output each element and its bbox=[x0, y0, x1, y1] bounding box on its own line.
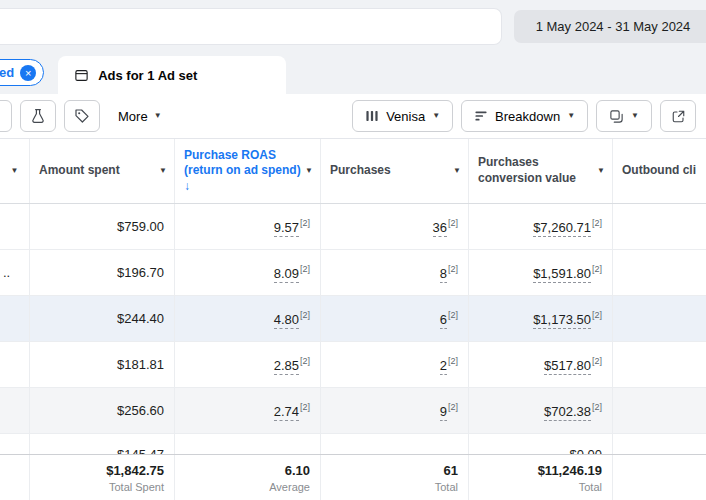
breakdown-dropdown[interactable]: Breakdown ▼ bbox=[461, 100, 588, 132]
amount-spent-cell: $244.40 bbox=[30, 296, 175, 341]
conversion-value-cell[interactable]: $7,260.71[2] bbox=[469, 204, 613, 249]
clipped-toolbar-button[interactable] bbox=[0, 100, 12, 132]
flask-icon bbox=[30, 108, 46, 124]
totals-amount-spent: $1,842.75 Total Spent bbox=[30, 455, 175, 500]
top-bar: 1 May 2024 - 31 May 2024 bbox=[0, 0, 706, 52]
outbound-clicks-cell bbox=[613, 296, 706, 341]
close-icon[interactable]: × bbox=[20, 65, 36, 81]
purchase-roas-cell[interactable]: 8.09[2] bbox=[175, 250, 321, 295]
table-header-row: ▼ Amount spent ▼ Purchase ROAS (return o… bbox=[0, 139, 706, 204]
row-name-cell: .. bbox=[0, 250, 30, 295]
chevron-down-icon: ▼ bbox=[11, 167, 19, 175]
reports-dropdown[interactable]: ▼ bbox=[596, 100, 652, 132]
totals-outbound-clicks bbox=[613, 455, 706, 500]
filter-chip-label: ed bbox=[0, 65, 14, 80]
ads-manager-screen: 1 May 2024 - 31 May 2024 ed × Ads for 1 … bbox=[0, 0, 706, 500]
filter-chip[interactable]: ed × bbox=[0, 59, 44, 86]
chevron-down-icon: ▼ bbox=[453, 167, 461, 175]
conversion-value-cell[interactable]: $702.38[2] bbox=[469, 388, 613, 433]
table-row[interactable]: $244.40 4.80[2] 6[2] $1,173.50[2] bbox=[0, 296, 706, 342]
chevron-down-icon: ▼ bbox=[154, 112, 162, 120]
breakdown-label: Breakdown bbox=[495, 109, 560, 124]
row-name-cell bbox=[0, 342, 30, 387]
toolbar: More ▼ Venisa ▼ Breakdown ▼ bbox=[0, 94, 706, 139]
amount-spent-cell: $256.60 bbox=[30, 388, 175, 433]
purchases-cell[interactable]: 36[2] bbox=[321, 204, 469, 249]
tab-label: Ads for 1 Ad set bbox=[98, 68, 197, 83]
ads-tab-icon bbox=[74, 68, 89, 83]
conversion-value-cell[interactable]: $0.00 bbox=[469, 434, 613, 454]
purchases-cell[interactable]: 2[2] bbox=[321, 342, 469, 387]
chevron-down-icon: ▼ bbox=[567, 112, 575, 120]
conversion-value-cell[interactable]: $1,173.50[2] bbox=[469, 296, 613, 341]
outbound-clicks-cell bbox=[613, 250, 706, 295]
table-row[interactable]: .. $196.70 8.09[2] 8[2] $1,591.80[2] bbox=[0, 250, 706, 296]
chevron-down-icon: ▼ bbox=[159, 167, 167, 175]
totals-name-cell bbox=[0, 455, 30, 500]
table-row[interactable]: $256.60 2.74[2] 9[2] $702.38[2] bbox=[0, 388, 706, 434]
duplicate-icon bbox=[609, 109, 624, 124]
breakdown-icon bbox=[474, 109, 488, 123]
outbound-clicks-cell bbox=[613, 342, 706, 387]
row-name-cell bbox=[0, 434, 30, 454]
conversion-value-cell[interactable]: $1,591.80[2] bbox=[469, 250, 613, 295]
purchases-cell[interactable]: 9[2] bbox=[321, 388, 469, 433]
amount-spent-cell: $181.81 bbox=[30, 342, 175, 387]
columns-label: Venisa bbox=[386, 109, 425, 124]
totals-row: $1,842.75 Total Spent 6.10 Average 61 To… bbox=[0, 454, 706, 500]
column-header-purchases[interactable]: Purchases ▼ bbox=[321, 139, 469, 203]
purchases-cell bbox=[321, 434, 469, 454]
purchase-roas-cell[interactable]: 2.85[2] bbox=[175, 342, 321, 387]
amount-spent-cell: $145.47 bbox=[30, 434, 175, 454]
column-header-purchase-roas[interactable]: Purchase ROAS (return on ad spend) ↓ ▼ bbox=[175, 139, 321, 203]
purchases-cell[interactable]: 6[2] bbox=[321, 296, 469, 341]
column-header-outbound-clicks[interactable]: Outbound cli bbox=[613, 139, 706, 203]
table-row[interactable]: $759.00 9.57[2] 36[2] $7,260.71[2] bbox=[0, 204, 706, 250]
purchase-roas-cell[interactable]: 4.80[2] bbox=[175, 296, 321, 341]
amount-spent-cell: $196.70 bbox=[30, 250, 175, 295]
outbound-clicks-cell bbox=[613, 388, 706, 433]
totals-purchase-roas: 6.10 Average bbox=[175, 455, 321, 500]
purchase-roas-cell[interactable]: 9.57[2] bbox=[175, 204, 321, 249]
purchase-roas-cell bbox=[175, 434, 321, 454]
content-area: More ▼ Venisa ▼ Breakdown ▼ bbox=[0, 94, 706, 500]
chevron-down-icon: ▼ bbox=[432, 112, 440, 120]
column-header-conversion-value[interactable]: Purchases conversion value ▼ bbox=[469, 139, 613, 203]
row-name-cell bbox=[0, 296, 30, 341]
outbound-clicks-cell bbox=[613, 204, 706, 249]
chevron-down-icon: ▼ bbox=[631, 112, 639, 120]
column-header-amount-spent[interactable]: Amount spent ▼ bbox=[30, 139, 175, 203]
purchases-cell[interactable]: 8[2] bbox=[321, 250, 469, 295]
column-header-name[interactable]: ▼ bbox=[0, 139, 30, 203]
date-range-label: 1 May 2024 - 31 May 2024 bbox=[536, 19, 691, 34]
outbound-clicks-cell bbox=[613, 434, 706, 454]
tag-button[interactable] bbox=[64, 100, 100, 132]
chevron-down-icon: ▼ bbox=[597, 167, 605, 175]
columns-icon bbox=[365, 109, 379, 123]
row-name-cell bbox=[0, 204, 30, 249]
amount-spent-cell: $759.00 bbox=[30, 204, 175, 249]
ab-test-button[interactable] bbox=[20, 100, 56, 132]
table-row-clipped[interactable]: $145.47 $0.00 bbox=[0, 434, 706, 454]
tab-ads-for-ad-set[interactable]: Ads for 1 Ad set bbox=[58, 56, 286, 94]
chevron-down-icon: ▼ bbox=[305, 167, 313, 175]
search-filter-bar[interactable] bbox=[0, 8, 502, 45]
tab-bar: ed × Ads for 1 Ad set bbox=[0, 52, 706, 94]
more-label: More bbox=[118, 109, 148, 124]
table-row[interactable]: $181.81 2.85[2] 2[2] $517.80[2] bbox=[0, 342, 706, 388]
more-button[interactable]: More ▼ bbox=[108, 100, 172, 132]
totals-purchases: 61 Total bbox=[321, 455, 469, 500]
row-name-cell bbox=[0, 388, 30, 433]
purchase-roas-cell[interactable]: 2.74[2] bbox=[175, 388, 321, 433]
columns-dropdown[interactable]: Venisa ▼ bbox=[352, 100, 453, 132]
export-button[interactable] bbox=[660, 100, 696, 132]
date-range-selector[interactable]: 1 May 2024 - 31 May 2024 bbox=[514, 10, 706, 43]
export-icon bbox=[671, 109, 686, 124]
conversion-value-cell[interactable]: $517.80[2] bbox=[469, 342, 613, 387]
totals-conversion-value: $11,246.19 Total bbox=[469, 455, 613, 500]
tag-icon bbox=[74, 108, 90, 124]
